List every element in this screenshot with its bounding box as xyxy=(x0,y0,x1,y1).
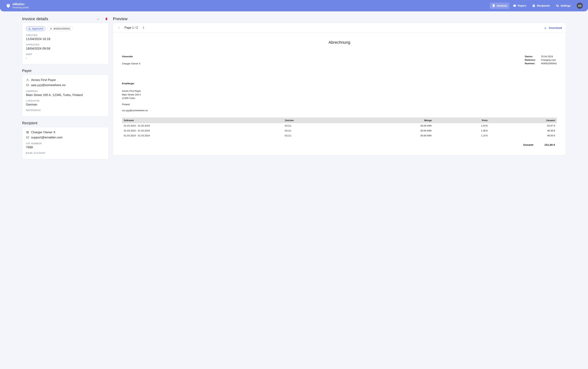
invoice-details-header: Invoice details xyxy=(22,17,108,21)
svg-point-0 xyxy=(27,79,28,80)
payer-card: Annes First Payer aaa.yyy@somewhere.no A… xyxy=(22,75,108,117)
brand-name: eMabler xyxy=(12,3,29,6)
mail-icon xyxy=(26,136,29,139)
mail-icon xyxy=(26,83,29,87)
left-column: Invoice details Approved 404001000041 xyxy=(22,17,108,164)
doc-recipient-line: 12345 Turku xyxy=(122,96,557,100)
bank-icon xyxy=(532,4,536,7)
col-price: Preis xyxy=(434,118,489,123)
col-total: Gesamt xyxy=(489,118,557,123)
top-nav: Invoices Payers Recipients Settings AD xyxy=(490,3,583,9)
trash-icon xyxy=(105,17,108,20)
doc-recipient-line: xxx.yyy@somewhere.no xyxy=(122,109,557,112)
doc-date-value: 25.04.2024 xyxy=(541,55,553,58)
gear-icon xyxy=(556,4,559,7)
check-icon xyxy=(96,17,100,21)
doc-ref-value: Charging cost xyxy=(541,59,556,61)
payer-address-label: ADDRESS xyxy=(26,90,105,92)
doc-num-key: Nummer: xyxy=(525,62,538,65)
doc-sender-name: Charger Owner X xyxy=(122,62,140,65)
preview-toolbar: Page 1 / 2 Download xyxy=(113,23,566,33)
recipient-card: Charger Owner X support@emabler.com VAT … xyxy=(22,127,108,159)
col-code: Zeichen xyxy=(283,118,352,123)
user-avatar[interactable]: AD xyxy=(577,3,583,9)
chevron-left-icon xyxy=(117,26,121,29)
page-next-button[interactable] xyxy=(141,26,146,30)
nav-recipients-label: Recipients xyxy=(537,4,550,7)
invoice-number-chip: 404001000041 xyxy=(47,26,73,31)
doc-date-key: Datum: xyxy=(525,55,538,58)
payer-email: aaa.yyy@somewhere.no xyxy=(31,83,65,87)
svg-rect-2 xyxy=(26,137,29,139)
preview-header: Preview xyxy=(113,17,566,21)
doc-recipient-heading: Empfänger xyxy=(122,82,557,85)
table-row: 01.03.2024 - 31.03.2024 01111 30.00 kWh … xyxy=(122,128,557,133)
invoice-details-title: Invoice details xyxy=(22,17,48,21)
svg-rect-1 xyxy=(26,84,29,86)
doc-sender-heading: Absender xyxy=(122,55,140,58)
doc-heading: Abrechnung xyxy=(122,40,557,45)
col-period: Zeitraum xyxy=(122,118,283,123)
recipient-title: Recipient xyxy=(22,121,108,125)
invoice-number: 404001000041 xyxy=(53,27,70,30)
doc-total-label: Gesamt xyxy=(523,143,533,146)
payer-language: German xyxy=(26,103,105,107)
nav-payers[interactable]: Payers xyxy=(511,3,528,9)
brand: eMabler Invoicing portal xyxy=(6,3,29,9)
preview-card: Page 1 / 2 Download Abrechnung Absender … xyxy=(113,23,566,155)
doc-meta: Datum: 25.04.2024 Referenz: Charging cos… xyxy=(525,55,557,66)
sent-value: - xyxy=(26,56,105,60)
doc-recipient-line: Finland xyxy=(122,103,557,106)
invoice-document: Abrechnung Absender Charger Owner X Datu… xyxy=(113,33,566,155)
right-column: Preview Page 1 / 2 Download xyxy=(113,17,566,164)
brand-subtitle: Invoicing portal xyxy=(12,6,29,9)
page-body: Invoice details Approved 404001000041 xyxy=(0,11,588,171)
nav-invoices[interactable]: Invoices xyxy=(490,3,509,9)
col-qty: Menge xyxy=(352,118,434,123)
doc-recipient: Empfänger Annes First Payer Main Street … xyxy=(122,82,557,112)
approved-value: 18/04/2024 09:58 xyxy=(26,47,105,50)
bank-icon xyxy=(26,131,29,134)
created-label: CREATED xyxy=(26,34,105,37)
payer-language-label: LANGUAGE xyxy=(26,100,105,102)
doc-total-value: 151.80 € xyxy=(545,143,555,146)
payer-reference-label: REFERENCE xyxy=(26,109,105,112)
card-icon xyxy=(513,4,516,7)
topbar: eMabler Invoicing portal Invoices Payers… xyxy=(0,0,588,11)
nav-invoices-label: Invoices xyxy=(497,4,507,7)
nav-settings[interactable]: Settings xyxy=(554,3,573,9)
approved-label: APPROVED xyxy=(26,43,105,46)
download-button[interactable]: Download xyxy=(544,26,562,29)
nav-recipients[interactable]: Recipients xyxy=(530,3,552,9)
user-initials: AD xyxy=(578,4,582,7)
brand-logo-icon xyxy=(6,3,11,8)
table-row: 01.03.2024 - 31.03.2024 01111 35.00 kWh … xyxy=(122,123,557,128)
recipient-vat-label: VAT NUMBER xyxy=(26,142,105,145)
doc-recipient-line: Annes First Payer xyxy=(122,89,557,93)
page-prev-button[interactable] xyxy=(117,26,121,30)
page-indicator: Page 1 / 2 xyxy=(125,26,138,29)
payer-address: Main Street 100 A, 12345, Turku, Finland xyxy=(26,93,105,97)
doc-line-items-table: Zeitraum Zeichen Menge Preis Gesamt 01.0… xyxy=(122,118,557,138)
receipt-icon xyxy=(492,4,495,7)
nav-settings-label: Settings xyxy=(561,4,571,7)
recipient-name: Charger Owner X xyxy=(31,130,55,134)
approve-button[interactable] xyxy=(96,17,100,21)
doc-ref-key: Referenz: xyxy=(525,59,538,61)
table-row: 01.03.2024 - 31.03.2024 01111 30.00 kWh … xyxy=(122,133,557,138)
preview-title: Preview xyxy=(113,17,128,21)
created-value: 11/04/2024 16:18 xyxy=(26,37,105,41)
download-icon xyxy=(544,26,547,29)
hash-icon xyxy=(50,27,52,30)
doc-num-value: 404001000041 xyxy=(541,62,557,65)
status-chip: Approved xyxy=(26,26,45,31)
chevron-right-icon xyxy=(142,26,145,29)
payer-name: Annes First Payer xyxy=(31,78,56,82)
person-icon xyxy=(26,78,29,82)
delete-button[interactable] xyxy=(105,17,108,21)
recipient-bank-label: BANK ACCOUNT xyxy=(26,152,105,154)
payer-title: Payer xyxy=(22,69,108,73)
recipient-vat: 7689 xyxy=(26,146,105,149)
invoice-details-card: Approved 404001000041 CREATED 11/04/2024… xyxy=(22,23,108,64)
nav-payers-label: Payers xyxy=(518,4,526,7)
